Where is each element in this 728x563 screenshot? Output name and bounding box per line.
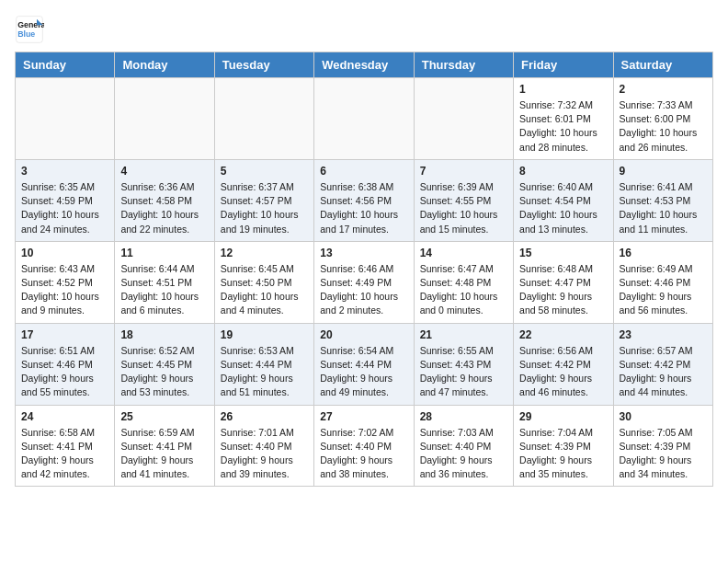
calendar-cell — [16, 78, 115, 160]
weekday-header-friday: Friday — [514, 52, 613, 78]
calendar-week-3: 10Sunrise: 6:43 AMSunset: 4:52 PMDayligh… — [16, 241, 713, 323]
day-info: Sunrise: 6:53 AMSunset: 4:44 PMDaylight:… — [221, 344, 308, 400]
calendar-cell: 13Sunrise: 6:46 AMSunset: 4:49 PMDayligh… — [314, 241, 414, 323]
svg-text:Blue: Blue — [17, 29, 35, 39]
day-info: Sunrise: 7:32 AMSunset: 6:01 PMDaylight:… — [519, 98, 607, 155]
day-number: 15 — [519, 247, 607, 259]
day-info: Sunrise: 6:44 AMSunset: 4:51 PMDaylight:… — [120, 262, 208, 318]
day-number: 6 — [320, 165, 407, 178]
day-info: Sunrise: 7:01 AMSunset: 4:40 PMDaylight:… — [221, 426, 308, 482]
day-number: 5 — [221, 165, 308, 178]
day-info: Sunrise: 6:52 AMSunset: 4:45 PMDaylight:… — [120, 344, 208, 400]
day-info: Sunrise: 6:58 AMSunset: 4:41 PMDaylight:… — [21, 426, 108, 482]
day-number: 23 — [620, 328, 707, 341]
calendar-table: SundayMondayTuesdayWednesdayThursdayFrid… — [15, 52, 713, 487]
day-info: Sunrise: 6:39 AMSunset: 4:55 PMDaylight:… — [420, 180, 507, 236]
day-info: Sunrise: 6:47 AMSunset: 4:48 PMDaylight:… — [420, 262, 507, 318]
calendar-cell: 8Sunrise: 6:40 AMSunset: 4:54 PMDaylight… — [514, 159, 613, 241]
day-info: Sunrise: 7:02 AMSunset: 4:40 PMDaylight:… — [320, 426, 407, 482]
day-number: 13 — [320, 247, 407, 259]
calendar-cell: 15Sunrise: 6:48 AMSunset: 4:47 PMDayligh… — [514, 241, 613, 323]
day-number: 28 — [420, 410, 507, 423]
calendar-cell: 9Sunrise: 6:41 AMSunset: 4:53 PMDaylight… — [613, 159, 712, 241]
day-info: Sunrise: 7:33 AMSunset: 6:00 PMDaylight:… — [620, 98, 707, 155]
svg-text:General: General — [17, 20, 44, 29]
day-info: Sunrise: 6:37 AMSunset: 4:57 PMDaylight:… — [221, 180, 308, 236]
day-number: 9 — [620, 165, 707, 178]
weekday-header-saturday: Saturday — [613, 52, 712, 78]
logo: General Blue — [15, 15, 44, 44]
day-info: Sunrise: 6:54 AMSunset: 4:44 PMDaylight:… — [320, 344, 407, 400]
day-info: Sunrise: 6:45 AMSunset: 4:50 PMDaylight:… — [221, 262, 308, 318]
day-number: 12 — [221, 247, 308, 259]
day-info: Sunrise: 6:35 AMSunset: 4:59 PMDaylight:… — [21, 180, 108, 236]
calendar-cell: 14Sunrise: 6:47 AMSunset: 4:48 PMDayligh… — [414, 241, 513, 323]
day-number: 3 — [21, 165, 108, 178]
day-number: 10 — [21, 247, 108, 259]
day-number: 16 — [620, 247, 707, 259]
day-number: 26 — [221, 410, 308, 423]
day-number: 25 — [120, 410, 208, 423]
day-info: Sunrise: 6:49 AMSunset: 4:46 PMDaylight:… — [620, 262, 707, 318]
weekday-header-tuesday: Tuesday — [214, 52, 313, 78]
calendar-cell: 24Sunrise: 6:58 AMSunset: 4:41 PMDayligh… — [16, 405, 115, 487]
calendar-cell: 25Sunrise: 6:59 AMSunset: 4:41 PMDayligh… — [115, 405, 214, 487]
calendar-cell: 10Sunrise: 6:43 AMSunset: 4:52 PMDayligh… — [16, 241, 115, 323]
day-number: 30 — [620, 410, 707, 423]
calendar-cell: 27Sunrise: 7:02 AMSunset: 4:40 PMDayligh… — [314, 405, 414, 487]
logo-icon: General Blue — [15, 15, 44, 44]
day-number: 19 — [221, 328, 308, 341]
calendar-week-1: 1Sunrise: 7:32 AMSunset: 6:01 PMDaylight… — [16, 78, 713, 160]
calendar-cell: 2Sunrise: 7:33 AMSunset: 6:00 PMDaylight… — [613, 78, 712, 160]
calendar-cell: 12Sunrise: 6:45 AMSunset: 4:50 PMDayligh… — [214, 241, 313, 323]
calendar-cell: 11Sunrise: 6:44 AMSunset: 4:51 PMDayligh… — [115, 241, 214, 323]
day-info: Sunrise: 6:56 AMSunset: 4:42 PMDaylight:… — [519, 344, 607, 400]
calendar-cell: 4Sunrise: 6:36 AMSunset: 4:58 PMDaylight… — [115, 159, 214, 241]
day-info: Sunrise: 6:48 AMSunset: 4:47 PMDaylight:… — [519, 262, 607, 318]
day-info: Sunrise: 6:38 AMSunset: 4:56 PMDaylight:… — [320, 180, 407, 236]
day-number: 11 — [120, 247, 208, 259]
day-number: 7 — [420, 165, 507, 178]
day-info: Sunrise: 6:57 AMSunset: 4:42 PMDaylight:… — [620, 344, 707, 400]
calendar-cell: 29Sunrise: 7:04 AMSunset: 4:39 PMDayligh… — [514, 405, 613, 487]
calendar-week-2: 3Sunrise: 6:35 AMSunset: 4:59 PMDaylight… — [16, 159, 713, 241]
day-number: 1 — [519, 83, 607, 96]
day-info: Sunrise: 6:55 AMSunset: 4:43 PMDaylight:… — [420, 344, 507, 400]
day-info: Sunrise: 7:04 AMSunset: 4:39 PMDaylight:… — [519, 426, 607, 482]
day-info: Sunrise: 6:36 AMSunset: 4:58 PMDaylight:… — [120, 180, 208, 236]
calendar-cell: 28Sunrise: 7:03 AMSunset: 4:40 PMDayligh… — [414, 405, 513, 487]
day-info: Sunrise: 7:05 AMSunset: 4:39 PMDaylight:… — [620, 426, 707, 482]
calendar-cell — [115, 78, 214, 160]
calendar-cell: 17Sunrise: 6:51 AMSunset: 4:46 PMDayligh… — [16, 323, 115, 405]
day-number: 20 — [320, 328, 407, 341]
calendar-cell: 16Sunrise: 6:49 AMSunset: 4:46 PMDayligh… — [613, 241, 712, 323]
calendar-cell — [214, 78, 313, 160]
calendar-cell: 18Sunrise: 6:52 AMSunset: 4:45 PMDayligh… — [115, 323, 214, 405]
weekday-header-sunday: Sunday — [16, 52, 115, 78]
calendar-cell: 26Sunrise: 7:01 AMSunset: 4:40 PMDayligh… — [214, 405, 313, 487]
calendar-cell: 30Sunrise: 7:05 AMSunset: 4:39 PMDayligh… — [613, 405, 712, 487]
calendar-cell: 20Sunrise: 6:54 AMSunset: 4:44 PMDayligh… — [314, 323, 414, 405]
calendar-week-5: 24Sunrise: 6:58 AMSunset: 4:41 PMDayligh… — [16, 405, 713, 487]
calendar-cell — [314, 78, 414, 160]
calendar-cell: 5Sunrise: 6:37 AMSunset: 4:57 PMDaylight… — [214, 159, 313, 241]
day-number: 18 — [120, 328, 208, 341]
page-header: General Blue — [15, 15, 713, 44]
calendar-cell: 23Sunrise: 6:57 AMSunset: 4:42 PMDayligh… — [613, 323, 712, 405]
calendar-cell: 3Sunrise: 6:35 AMSunset: 4:59 PMDaylight… — [16, 159, 115, 241]
day-number: 4 — [120, 165, 208, 178]
day-info: Sunrise: 6:41 AMSunset: 4:53 PMDaylight:… — [620, 180, 707, 236]
calendar-cell: 1Sunrise: 7:32 AMSunset: 6:01 PMDaylight… — [514, 78, 613, 160]
day-number: 8 — [519, 165, 607, 178]
day-info: Sunrise: 6:40 AMSunset: 4:54 PMDaylight:… — [519, 180, 607, 236]
day-info: Sunrise: 7:03 AMSunset: 4:40 PMDaylight:… — [420, 426, 507, 482]
day-info: Sunrise: 6:43 AMSunset: 4:52 PMDaylight:… — [21, 262, 108, 318]
calendar-cell: 6Sunrise: 6:38 AMSunset: 4:56 PMDaylight… — [314, 159, 414, 241]
weekday-header-row: SundayMondayTuesdayWednesdayThursdayFrid… — [16, 52, 713, 78]
day-number: 14 — [420, 247, 507, 259]
calendar-cell: 7Sunrise: 6:39 AMSunset: 4:55 PMDaylight… — [414, 159, 513, 241]
day-info: Sunrise: 6:46 AMSunset: 4:49 PMDaylight:… — [320, 262, 407, 318]
day-number: 17 — [21, 328, 108, 341]
day-number: 21 — [420, 328, 507, 341]
weekday-header-thursday: Thursday — [414, 52, 513, 78]
